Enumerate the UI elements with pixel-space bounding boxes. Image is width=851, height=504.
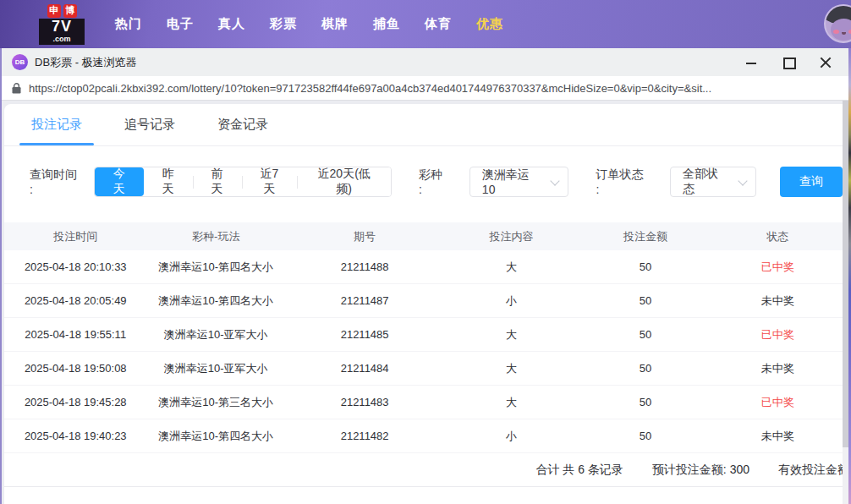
cell-status: 已中奖 <box>712 327 843 342</box>
lottery-filter-label: 彩种 : <box>419 167 449 196</box>
avatar[interactable] <box>824 4 851 43</box>
cell-bet-time: 2025-04-18 19:45:28 <box>4 396 146 408</box>
cell-bet-time: 2025-04-18 19:55:11 <box>4 328 146 341</box>
tab-bet-records[interactable]: 投注记录 <box>30 104 84 145</box>
tab-fund-records[interactable]: 资金记录 <box>216 104 270 145</box>
chevron-down-icon <box>738 176 747 185</box>
table-row: 2025-04-18 19:40:23 澳洲幸运10-第四名大小 2121148… <box>4 419 843 453</box>
maximize-button[interactable] <box>782 57 794 68</box>
cell-issue: 21211485 <box>285 328 444 341</box>
lottery-select-value: 澳洲幸运10 <box>482 167 543 196</box>
vertical-scrollbar[interactable] <box>843 101 848 504</box>
close-button[interactable] <box>820 57 832 68</box>
order-status-label: 订单状态 : <box>596 167 650 196</box>
tab-chase-records[interactable]: 追号记录 <box>123 104 177 145</box>
site-nav: 热门电子真人彩票棋牌捕鱼体育优惠 <box>115 16 503 32</box>
site-header: 申 博 7V .com 热门电子真人彩票棋牌捕鱼体育优惠 <box>0 0 851 48</box>
cell-bet-amount: 50 <box>579 430 713 442</box>
cell-game-play: 澳洲幸运10-亚军大小 <box>146 361 285 376</box>
order-status-value: 全部状态 <box>683 167 730 197</box>
cell-issue: 21211487 <box>285 294 444 307</box>
cell-bet-time: 2025-04-18 19:40:23 <box>4 430 146 442</box>
cell-bet-content: 大 <box>444 260 579 275</box>
cell-status: 未中奖 <box>712 429 843 444</box>
chevron-down-icon <box>551 176 560 185</box>
scrollbar-thumb[interactable] <box>843 101 848 447</box>
cell-bet-amount: 50 <box>579 260 713 273</box>
query-button[interactable]: 查询 <box>780 167 843 197</box>
summary-total: 合计 共 6 条记录 <box>535 463 623 478</box>
cell-bet-amount: 50 <box>579 362 713 375</box>
url-text[interactable]: https://ctop02pcali.2kbxi392.com/lottery… <box>29 82 711 95</box>
logo-badges: 申 博 <box>39 4 85 18</box>
nav-item[interactable]: 真人 <box>218 16 245 32</box>
lottery-select[interactable]: 澳洲幸运10 <box>469 167 569 197</box>
window-controls <box>745 57 835 68</box>
time-filter-label: 查询时间 : <box>30 167 84 196</box>
cell-bet-content: 小 <box>444 429 579 444</box>
table-row: 2025-04-18 19:55:11 澳洲幸运10-亚军大小 21211485… <box>4 318 843 352</box>
header-bet-amount: 投注金额 <box>579 229 713 244</box>
cell-bet-content: 小 <box>444 293 579 309</box>
logo-domain: .com <box>39 35 85 45</box>
site-logo[interactable]: 申 博 7V .com <box>39 4 85 45</box>
nav-item[interactable]: 电子 <box>167 16 194 32</box>
nav-item[interactable]: 优惠 <box>476 16 503 32</box>
cell-game-play: 澳洲幸运10-第三名大小 <box>146 395 285 410</box>
order-status-select[interactable]: 全部状态 <box>670 167 756 197</box>
records-table: 投注时间 彩种-玩法 期号 投注内容 投注金额 状态 2025-04-18 20… <box>4 222 843 453</box>
lock-icon <box>12 83 21 94</box>
table-header: 投注时间 彩种-玩法 期号 投注内容 投注金额 状态 <box>4 222 843 250</box>
header-game-play: 彩种-玩法 <box>146 229 285 244</box>
summary-valid-amount: 有效投注金额 <box>778 463 843 478</box>
window-titlebar: DB DB彩票 - 极速浏览器 <box>2 48 848 76</box>
cell-issue: 21211482 <box>285 430 444 442</box>
nav-item[interactable]: 棋牌 <box>321 16 349 32</box>
table-row: 2025-04-18 20:05:49 澳洲幸运10-第四名大小 2121148… <box>4 284 843 318</box>
time-filter-button[interactable]: 昨天 <box>144 167 193 196</box>
cell-bet-content: 大 <box>444 361 579 376</box>
cell-status: 已中奖 <box>712 395 843 410</box>
filter-bar: 查询时间 : 今天昨天前天近7天近20天(低频) 彩种 : 澳洲幸运10 订单状… <box>30 167 843 197</box>
db-logo-icon: DB <box>12 54 28 70</box>
record-tabs: 投注记录 追号记录 资金记录 <box>4 104 843 146</box>
nav-item[interactable]: 捕鱼 <box>373 16 400 32</box>
cell-bet-time: 2025-04-18 19:50:08 <box>4 362 146 375</box>
summary-expected-amount: 预计投注金额: 300 <box>652 463 749 478</box>
table-row: 2025-04-18 19:50:08 澳洲幸运10-亚军大小 21211484… <box>4 352 843 386</box>
browser-window: DB DB彩票 - 极速浏览器 https://ctop02pcali.2kbx… <box>0 48 848 504</box>
minimize-button[interactable] <box>745 57 757 68</box>
logo-badge-1: 申 <box>47 4 61 18</box>
records-panel: 投注记录 追号记录 资金记录 查询时间 : 今天昨天前天近7天近20天(低频) … <box>4 104 843 504</box>
nav-item[interactable]: 彩票 <box>270 16 297 32</box>
nav-item[interactable]: 热门 <box>115 16 142 32</box>
nav-item[interactable]: 体育 <box>425 16 452 32</box>
time-filter-button[interactable]: 前天 <box>193 167 242 196</box>
cell-bet-content: 大 <box>444 327 579 342</box>
avatar-blush <box>833 30 839 34</box>
table-body: 2025-04-18 20:10:33 澳洲幸运10-第四名大小 2121148… <box>4 250 843 453</box>
cell-issue: 21211488 <box>285 260 444 273</box>
table-row: 2025-04-18 20:10:33 澳洲幸运10-第四名大小 2121148… <box>4 250 843 284</box>
cell-status: 已中奖 <box>712 260 843 275</box>
cell-bet-time: 2025-04-18 20:05:49 <box>4 294 146 307</box>
cell-game-play: 澳洲幸运10-第四名大小 <box>146 260 285 275</box>
cell-issue: 21211483 <box>285 396 444 408</box>
time-filter-button[interactable]: 今天 <box>95 167 144 196</box>
cell-bet-content: 大 <box>444 395 579 410</box>
window-title: DB彩票 - 极速浏览器 <box>35 55 137 70</box>
logo-badge-2: 博 <box>63 4 77 18</box>
table-row: 2025-04-18 19:45:28 澳洲幸运10-第三名大小 2121148… <box>4 386 843 419</box>
page-content: 投注记录 追号记录 资金记录 查询时间 : 今天昨天前天近7天近20天(低频) … <box>2 101 848 504</box>
time-filter-button[interactable]: 近7天 <box>242 167 298 196</box>
cell-game-play: 澳洲幸运10-第四名大小 <box>146 293 285 309</box>
cell-game-play: 澳洲幸运10-第四名大小 <box>146 429 285 444</box>
cell-bet-amount: 50 <box>579 328 713 341</box>
time-filter-button[interactable]: 近20天(低频) <box>297 167 391 196</box>
header-bet-time: 投注时间 <box>4 229 146 244</box>
address-bar[interactable]: https://ctop02pcali.2kbxi392.com/lottery… <box>2 76 848 101</box>
cell-bet-amount: 50 <box>579 396 713 408</box>
header-status: 状态 <box>712 229 843 244</box>
logo-brand: 7V <box>39 19 85 35</box>
header-bet-content: 投注内容 <box>444 229 579 244</box>
